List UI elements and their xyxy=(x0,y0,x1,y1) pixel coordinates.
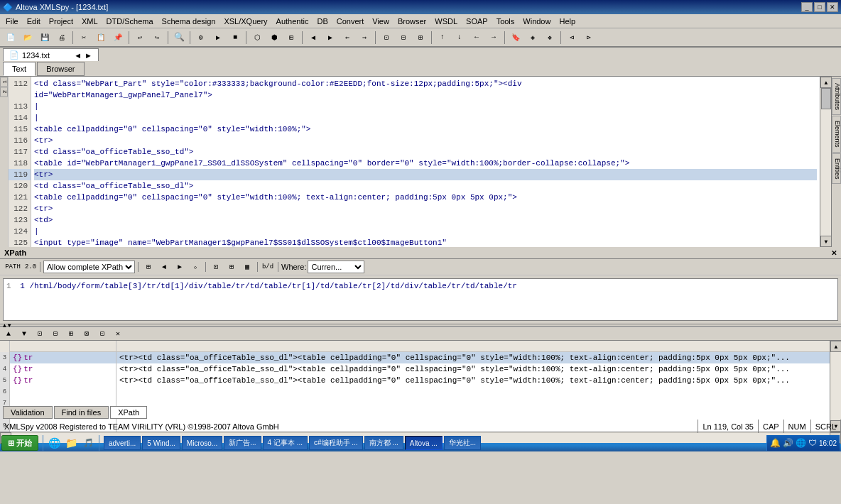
menu-tools[interactable]: Tools xyxy=(492,16,519,27)
tb-btn-8[interactable]: ⬡ xyxy=(249,30,265,45)
tray-icon-2[interactable]: 🔊 xyxy=(783,438,793,449)
menu-view[interactable]: View xyxy=(368,16,394,27)
xpath-eval-btn[interactable]: ⊞ xyxy=(141,261,156,273)
left-tab-2[interactable]: 2 xyxy=(0,87,8,97)
bottom-tb-3[interactable]: ⊡ xyxy=(33,327,47,340)
bottom-tb-5[interactable]: ⊞ xyxy=(64,327,78,340)
menu-schema-design[interactable]: Schema design xyxy=(158,16,220,27)
tb-btn-16[interactable]: ⊟ xyxy=(396,30,411,45)
taskbar-item-5wind[interactable]: 5 Wind... xyxy=(142,436,180,450)
results-v-scrollbar[interactable]: ▲ ▼ xyxy=(830,341,841,432)
tab-xpath[interactable]: XPath xyxy=(110,406,147,419)
menu-soap[interactable]: SOAP xyxy=(462,16,492,27)
result-content-row-2[interactable]: <tr><td class="oa_officeTable_sso_dl"><t… xyxy=(116,363,830,375)
tray-icon-4[interactable]: 🛡 xyxy=(808,438,817,449)
tray-icon-1[interactable]: 🔔 xyxy=(770,438,781,449)
doc-tab-nav-left[interactable]: ◄ xyxy=(74,51,82,60)
window-controls[interactable]: _ □ ✕ xyxy=(801,2,838,12)
tb-btn-23[interactable]: ◈ xyxy=(525,30,541,45)
xpath-right-btn[interactable]: ► xyxy=(173,261,187,273)
taskbar-item-altova[interactable]: Altova ... xyxy=(405,436,443,450)
tb-btn-11[interactable]: ◀ xyxy=(305,30,321,45)
xpath-close-btn[interactable]: ✕ xyxy=(831,249,837,257)
tb-btn-14[interactable]: ⇒ xyxy=(357,30,372,45)
tb-btn-25[interactable]: ⊲ xyxy=(564,30,580,45)
v-scrollbar[interactable]: ▲ ▼ xyxy=(820,77,831,247)
xpath-bd-btn[interactable]: b/d xyxy=(261,261,275,273)
menu-convert[interactable]: Convert xyxy=(332,16,369,27)
right-tab-elements[interactable]: Elements xyxy=(832,116,841,153)
ql-ie[interactable]: 🌐 xyxy=(46,435,62,451)
tb-btn-21[interactable]: → xyxy=(486,30,501,45)
result-tree-row-3[interactable]: {} tr xyxy=(10,375,116,386)
code-area[interactable]: <td class="WebPart_Part" style="color:#3… xyxy=(31,77,820,247)
result-content-row-3[interactable]: <tr><td class="oa_officeTable_sso_dl"><t… xyxy=(116,375,830,386)
tb-redo[interactable]: ↪ xyxy=(149,30,165,45)
tb-save[interactable]: 💾 xyxy=(37,30,53,45)
taskbar-item-csharp[interactable]: c#编程助手 ... xyxy=(309,436,363,450)
results-scroll-up[interactable]: ▲ xyxy=(830,341,841,352)
tb-open[interactable]: 📂 xyxy=(20,30,36,45)
tb-btn-13[interactable]: ⇐ xyxy=(340,30,355,45)
tb-new[interactable]: 📄 xyxy=(3,30,18,45)
scroll-thumb[interactable] xyxy=(821,88,831,109)
taskbar-item-nanfang[interactable]: 南方都 ... xyxy=(364,436,403,450)
tb-btn-9[interactable]: ⬢ xyxy=(266,30,282,45)
taskbar-item-notepad[interactable]: 4 记事本 ... xyxy=(263,436,308,450)
tb-copy[interactable]: 📋 xyxy=(93,30,109,45)
bottom-tb-2[interactable]: ▼ xyxy=(17,327,31,340)
xpath-allow-select[interactable]: Allow complete XPath xyxy=(43,261,135,273)
menu-authentic[interactable]: Authentic xyxy=(272,16,313,27)
ql-media[interactable]: 🎵 xyxy=(80,435,96,451)
xpath-20-btn[interactable]: 2.0 xyxy=(24,261,37,273)
bottom-tb-1[interactable]: ▲ xyxy=(1,327,16,340)
xpath-grid-btn[interactable]: ⊞ xyxy=(224,261,239,273)
tab-validation[interactable]: Validation xyxy=(3,406,53,419)
doc-tab-1234[interactable]: 📄 1234.txt ◄ ► xyxy=(3,48,99,61)
restore-btn[interactable]: □ xyxy=(814,2,825,12)
minimize-btn[interactable]: _ xyxy=(801,2,813,12)
left-tab-1[interactable]: 1 xyxy=(0,77,8,87)
bottom-tb-7[interactable]: ⊡ xyxy=(95,327,109,340)
tb-btn-20[interactable]: ← xyxy=(469,30,484,45)
tb-btn-5[interactable]: ⚙ xyxy=(193,30,209,45)
menu-browser[interactable]: Browser xyxy=(394,16,430,27)
tb-btn-26[interactable]: ⊳ xyxy=(581,30,597,45)
tb-btn-7[interactable]: ■ xyxy=(227,30,243,45)
taskbar-item-xinguang[interactable]: 新广告... xyxy=(224,436,261,450)
taskbar-item-microso[interactable]: Microso... xyxy=(182,436,222,450)
tb-paste[interactable]: 📌 xyxy=(110,30,126,45)
scroll-down-btn[interactable]: ▼ xyxy=(820,236,832,247)
menu-dtd[interactable]: DTD/Schema xyxy=(102,16,158,27)
xpath-dot-btn[interactable]: ⬦ xyxy=(188,261,202,273)
tb-btn-6[interactable]: ▶ xyxy=(210,30,226,45)
menu-db[interactable]: DB xyxy=(313,16,332,27)
menu-xslxquery[interactable]: XSL/XQuery xyxy=(219,16,271,27)
tb-btn-12[interactable]: ▶ xyxy=(322,30,338,45)
tb-btn-18[interactable]: ↑ xyxy=(435,30,450,45)
menu-edit[interactable]: Edit xyxy=(23,16,45,27)
bottom-tb-6[interactable]: ⊠ xyxy=(80,327,94,340)
bottom-tb-4[interactable]: ⊟ xyxy=(48,327,63,340)
tb-find[interactable]: 🔍 xyxy=(171,30,187,45)
tab-find-in-files[interactable]: Find in files xyxy=(54,406,109,419)
tray-icon-3[interactable]: 🌐 xyxy=(796,438,806,449)
tb-undo[interactable]: ↩ xyxy=(132,30,148,45)
xpath-where-select[interactable]: Curren... xyxy=(308,261,364,273)
result-tree-row-1[interactable]: {} tr xyxy=(10,352,116,363)
tb-btn-19[interactable]: ↓ xyxy=(452,30,467,45)
ql-folder[interactable]: 📁 xyxy=(63,435,79,451)
doc-tab-nav-right[interactable]: ► xyxy=(85,51,92,60)
menu-project[interactable]: Project xyxy=(45,16,77,27)
tb-btn-24[interactable]: ❖ xyxy=(542,30,558,45)
right-tab-attributes[interactable]: Attributes xyxy=(832,78,841,115)
close-btn[interactable]: ✕ xyxy=(827,2,838,12)
tb-cut[interactable]: ✂ xyxy=(76,30,92,45)
code-editor[interactable]: 112 113 114 115 116 117 118 119 120 121 … xyxy=(9,77,820,247)
result-tree-row-2[interactable]: {} tr xyxy=(10,363,116,375)
menu-window[interactable]: Window xyxy=(519,16,555,27)
right-tab-entities[interactable]: Entities xyxy=(832,153,841,185)
tab-browser[interactable]: Browser xyxy=(37,62,84,76)
menu-help[interactable]: Help xyxy=(555,16,580,27)
menu-file[interactable]: File xyxy=(1,16,23,27)
